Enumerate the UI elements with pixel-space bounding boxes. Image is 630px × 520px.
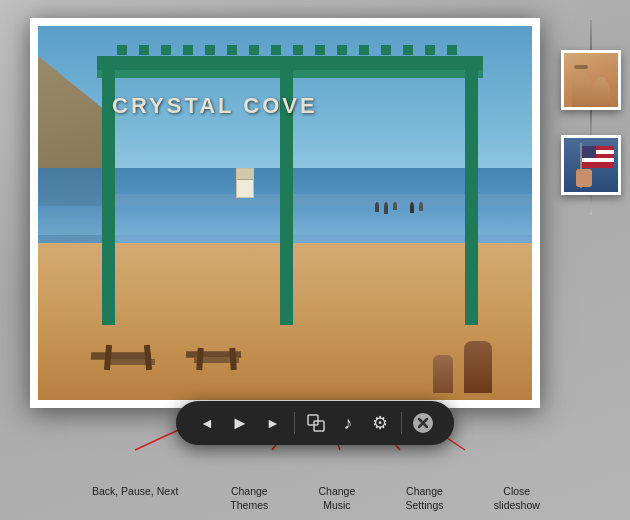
- thumbnail-strip: [557, 20, 625, 215]
- control-divider-1: [294, 412, 295, 434]
- thumbnail-1[interactable]: [561, 50, 621, 110]
- svg-rect-6: [314, 421, 324, 431]
- thumbnail-2[interactable]: [561, 135, 621, 195]
- label-change-music: ChangeMusic: [319, 484, 356, 512]
- next-button[interactable]: ►: [258, 408, 288, 438]
- wire-mid: [590, 110, 592, 135]
- label-back-pause-next: Back, Pause, Next: [90, 484, 180, 498]
- svg-rect-5: [308, 415, 318, 425]
- wire-top: [590, 20, 592, 50]
- themes-button[interactable]: [301, 408, 331, 438]
- label-change-settings: ChangeSettings: [406, 484, 444, 512]
- labels-row: Back, Pause, Next ChangeSlideshow Viewer…: [65, 484, 565, 512]
- control-divider-2: [401, 412, 402, 434]
- back-button[interactable]: ◄: [192, 408, 222, 438]
- main-photo: CRYSTAL COVE: [38, 26, 532, 400]
- label-change-themes: ChangeSlideshow ViewerThemes: [230, 484, 268, 512]
- crystal-cove-sign: CRYSTAL COVE: [112, 93, 318, 119]
- slideshow-container: CRYSTAL COVE: [0, 0, 630, 520]
- control-bar: ◄ ► ► ♪ ⚙: [176, 401, 454, 445]
- play-pause-button[interactable]: ►: [224, 407, 256, 439]
- music-button[interactable]: ♪: [333, 408, 363, 438]
- wire-bottom: [590, 195, 592, 215]
- main-photo-frame: CRYSTAL COVE: [30, 18, 540, 408]
- settings-button[interactable]: ⚙: [365, 408, 395, 438]
- close-button[interactable]: [408, 408, 438, 438]
- label-close-slideshow: Closeslideshow: [494, 484, 540, 512]
